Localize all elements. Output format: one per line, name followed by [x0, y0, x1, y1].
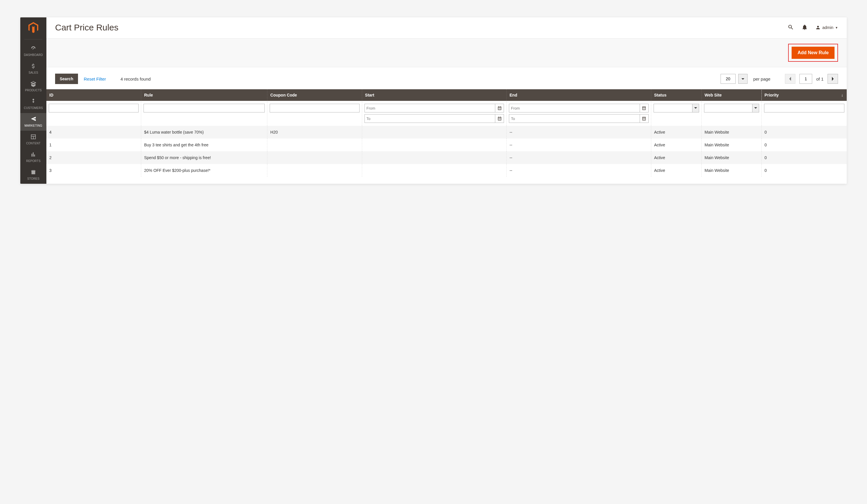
calendar-icon[interactable] [640, 114, 649, 123]
cell-status: Active [651, 139, 702, 151]
pager: of 1 [785, 74, 838, 84]
cell-website: Main Website [702, 164, 761, 177]
table-row[interactable]: 4$4 Luma water bottle (save 70%)H20--Act… [46, 126, 847, 139]
cell-priority: 0 [761, 126, 847, 139]
sidebar: DASHBOARDSALESPRODUCTSCUSTOMERSMARKETING… [20, 18, 46, 184]
nav-products[interactable]: PRODUCTS [20, 78, 46, 95]
filter-end-from-input[interactable] [509, 104, 640, 112]
nav-label: STORES [27, 177, 40, 180]
nav-customers[interactable]: CUSTOMERS [20, 95, 46, 113]
col-status[interactable]: Status [651, 89, 702, 101]
nav-label: CONTENT [26, 142, 41, 145]
account-label: admin [822, 25, 833, 30]
account-menu[interactable]: admin ▼ [815, 25, 838, 30]
col-id[interactable]: ID [46, 89, 141, 101]
cell-coupon [267, 164, 362, 177]
cell-start [362, 164, 506, 177]
nav-stores-icon [21, 169, 46, 175]
search-button[interactable]: Search [55, 74, 78, 84]
col-start[interactable]: Start [362, 89, 506, 101]
cell-end: -- [506, 139, 651, 151]
add-new-rule-button[interactable]: Add New Rule [792, 47, 835, 59]
grid-toolbar: Search Reset Filter 4 records found per … [46, 67, 847, 89]
cell-status: Active [651, 164, 702, 177]
cell-coupon: H20 [267, 126, 362, 139]
nav-label: DASHBOARD [24, 53, 43, 56]
cell-status: Active [651, 126, 702, 139]
search-icon[interactable] [788, 24, 794, 31]
filter-coupon-input[interactable] [270, 104, 359, 112]
nav-sales[interactable]: SALES [20, 60, 46, 78]
nav-content[interactable]: CONTENT [20, 131, 46, 149]
cell-end: -- [506, 151, 651, 164]
sort-arrow-icon: ↓ [841, 93, 843, 97]
cell-id: 1 [46, 139, 141, 151]
header-row: ID Rule Coupon Code Start End Status Web… [46, 89, 847, 101]
calendar-icon[interactable] [495, 104, 504, 112]
cell-status: Active [651, 151, 702, 164]
cell-website: Main Website [702, 126, 761, 139]
page-title: Cart Price Rules [55, 23, 788, 32]
cell-rule: 20% OFF Ever $200-plus purchase!* [141, 164, 267, 177]
cell-id: 3 [46, 164, 141, 177]
user-icon [815, 25, 821, 30]
filter-status-select[interactable] [654, 104, 699, 112]
cell-priority: 0 [761, 151, 847, 164]
page-header: Cart Price Rules admin ▼ [46, 18, 847, 38]
highlight-box: Add New Rule [788, 44, 838, 62]
nav-reports[interactable]: REPORTS [20, 149, 46, 166]
cell-coupon [267, 151, 362, 164]
filter-end-to-input[interactable] [509, 114, 640, 123]
calendar-icon[interactable] [495, 114, 504, 123]
table-row[interactable]: 320% OFF Ever $200-plus purchase!*--Acti… [46, 164, 847, 177]
col-end[interactable]: End [506, 89, 651, 101]
cell-website: Main Website [702, 139, 761, 151]
calendar-icon[interactable] [640, 104, 649, 112]
page-size-dropdown[interactable] [738, 74, 748, 84]
nav-products-icon [21, 80, 46, 87]
cell-priority: 0 [761, 139, 847, 151]
nav-stores[interactable]: STORES [20, 166, 46, 184]
caret-down-icon: ▼ [835, 26, 838, 29]
app-window: DASHBOARDSALESPRODUCTSCUSTOMERSMARKETING… [20, 18, 847, 184]
table-row[interactable]: 2Spend $50 or more - shipping is free!--… [46, 151, 847, 164]
nav-label: PRODUCTS [25, 89, 42, 92]
cell-id: 4 [46, 126, 141, 139]
cell-end: -- [506, 164, 651, 177]
cell-end: -- [506, 126, 651, 139]
nav-customers-icon [21, 98, 46, 105]
nav-label: CUSTOMERS [24, 106, 43, 110]
col-website[interactable]: Web Site [702, 89, 761, 101]
next-page-button[interactable] [827, 74, 838, 84]
notifications-icon[interactable] [802, 24, 808, 31]
current-page-input[interactable] [800, 74, 812, 84]
page-total-label: of 1 [816, 77, 824, 81]
nav-dashboard-icon [21, 45, 46, 52]
filter-rule-input[interactable] [143, 104, 265, 112]
sidebar-divider [24, 39, 42, 40]
page-size-control [720, 74, 748, 84]
nav-sales-icon [21, 63, 46, 69]
magento-logo[interactable] [20, 20, 46, 39]
filter-website-select[interactable] [704, 104, 759, 112]
main-content: Cart Price Rules admin ▼ Add New Rule [46, 18, 847, 184]
col-coupon[interactable]: Coupon Code [267, 89, 362, 101]
reset-filter-link[interactable]: Reset Filter [84, 77, 106, 81]
nav-label: MARKETING [24, 124, 42, 127]
filter-priority-input[interactable] [764, 104, 844, 112]
nav-dashboard[interactable]: DASHBOARD [20, 42, 46, 60]
col-priority[interactable]: Priority↓ [761, 89, 847, 101]
filter-id-input[interactable] [49, 104, 139, 112]
table-row[interactable]: 1Buy 3 tee shirts and get the 4th free--… [46, 139, 847, 151]
cell-priority: 0 [761, 164, 847, 177]
prev-page-button[interactable] [785, 74, 795, 84]
nav-reports-icon [21, 151, 46, 158]
col-rule[interactable]: Rule [141, 89, 267, 101]
cell-start [362, 139, 506, 151]
filter-start-to-input[interactable] [364, 114, 495, 123]
nav-marketing[interactable]: MARKETING [20, 113, 46, 131]
filter-start-from-input[interactable] [364, 104, 495, 112]
cell-start [362, 126, 506, 139]
page-size-input[interactable] [720, 74, 736, 84]
action-bar: Add New Rule [46, 38, 847, 67]
